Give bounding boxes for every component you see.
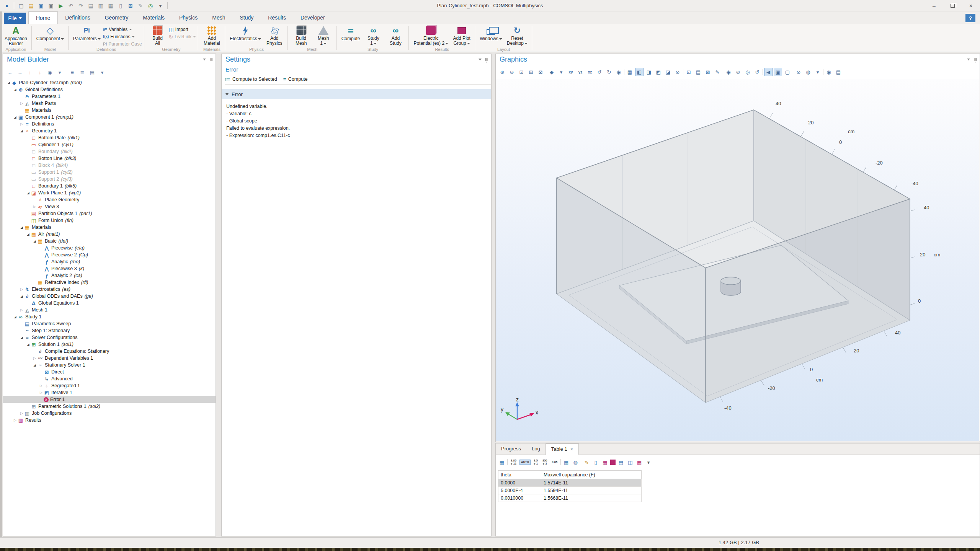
electrostatics-button[interactable]: Electrostatics <box>227 24 263 47</box>
tree-item-component-1[interactable]: ◢▣Component 1(comp1) <box>3 114 216 121</box>
tree-item-global-definitions[interactable]: ◢⊕Global Definitions <box>3 86 216 93</box>
transparency-icon[interactable]: ▦ <box>626 68 634 76</box>
tree-item-plan-cylinder-test-mph[interactable]: ◢◆Plan-Cylinder_test.mph(root) <box>3 79 216 86</box>
tree-item-piecewise-3[interactable]: ⋀Piecewise 3(k) <box>3 265 216 272</box>
clear-table-icon[interactable]: ✎ <box>583 458 590 466</box>
table-settings-icon[interactable]: ▦ <box>498 458 506 466</box>
expand-all-icon[interactable]: ≣ <box>78 68 86 76</box>
add-physics-button[interactable]: Add Physics <box>263 24 286 47</box>
table-row[interactable]: 0.00001.5714E-11 <box>498 479 642 487</box>
tree-item-solver-configurations[interactable]: ◢≡Solver Configurations <box>3 334 216 341</box>
zoom-in-icon[interactable]: ⊕ <box>498 68 506 76</box>
add-material-button[interactable]: Add Material <box>201 24 223 47</box>
go-to-default-view-icon[interactable]: ◆ <box>547 68 556 76</box>
hide-selected-icon[interactable]: ⊘ <box>734 68 742 76</box>
panel-menu-icon[interactable] <box>967 59 970 60</box>
model-tree-options-icon[interactable]: ▤ <box>88 68 96 76</box>
tab-developer[interactable]: Developer <box>293 11 332 24</box>
tab-mesh[interactable]: Mesh <box>205 11 232 24</box>
expand-icon[interactable]: ◢ <box>32 364 37 367</box>
component-button[interactable]: ◇Component <box>34 24 66 47</box>
precision-auto-button[interactable]: AUTO <box>519 460 531 465</box>
expand-icon[interactable]: ◢ <box>13 116 18 119</box>
panel-menu-icon[interactable] <box>479 59 482 60</box>
copy-table-icon[interactable]: ▤ <box>617 458 625 466</box>
show-solid-icon[interactable]: ◨ <box>645 68 653 76</box>
grid-menu-icon[interactable]: ▾ <box>645 458 652 466</box>
tab-table-1[interactable]: Table 1× <box>546 443 579 455</box>
show-front-icon[interactable]: ◧ <box>635 68 644 76</box>
error-section-header[interactable]: Error <box>222 89 491 99</box>
expand-icon[interactable]: ◢ <box>32 240 37 243</box>
view-xy-icon[interactable]: xy <box>567 68 575 76</box>
minimize-button[interactable]: – <box>925 0 943 11</box>
tree-item-advanced[interactable]: ↳Advanced <box>3 375 216 382</box>
tree-item-parametric-solutions-1[interactable]: ⊞Parametric Solutions 1(sol2) <box>3 403 216 410</box>
tree-item-job-configurations[interactable]: ▷▥Job Configurations <box>3 410 216 417</box>
tree-item-support-2[interactable]: ▭Support 2(cyl3) <box>3 176 216 183</box>
expand-icon[interactable]: ▷ <box>39 391 44 395</box>
tree-item-analytic[interactable]: ƒAnalytic(rho) <box>3 258 216 265</box>
precision-850e-3-button[interactable]: 850 e-3 <box>541 458 549 466</box>
expand-icon[interactable]: ◢ <box>13 88 18 91</box>
graphics-canvas[interactable]: 4020cm0-20-404020cm040200cm-20-40 z y x <box>496 79 979 441</box>
tree-item-parametric-sweep[interactable]: ▤Parametric Sweep <box>3 320 216 327</box>
tree-item-mesh-1[interactable]: ▷◭Mesh 1 <box>3 306 216 313</box>
show-icon[interactable]: ◉ <box>46 68 54 76</box>
tree-item-view-3[interactable]: ▷xyView 3 <box>3 203 216 210</box>
application-builder-button[interactable]: AApplication Builder <box>2 24 29 47</box>
pin-icon[interactable] <box>485 58 488 61</box>
tree-item-cylinder-1[interactable]: ▭Cylinder 1(cyl1) <box>3 141 216 148</box>
compute-to-selected-button[interactable]: ≔Compute to Selected <box>225 76 277 82</box>
add-study-button[interactable]: ∞Add Study <box>384 24 407 47</box>
reset-hiding-icon[interactable]: ↺ <box>753 68 761 76</box>
tree-item-partition-objects-1[interactable]: ▤Partition Objects 1(par1) <box>3 210 216 217</box>
import-button[interactable]: ◫Import <box>169 26 196 33</box>
delete-table-icon[interactable]: ▯ <box>592 458 599 466</box>
column-header[interactable]: Maxwell capacitance (F) <box>541 471 642 479</box>
tree-item-work-plane-1[interactable]: ◢◪Work Plane 1(wp1) <box>3 189 216 196</box>
build-mesh-button[interactable]: Build Mesh <box>290 24 312 47</box>
tree-item-step-1-stationary[interactable]: ~Step 1: Stationary <box>3 327 216 334</box>
expand-icon[interactable]: ▷ <box>39 384 44 388</box>
zoom-box-icon[interactable]: ⊡ <box>517 68 526 76</box>
tree-item-refractive-index[interactable]: ▦Refractive index(rfi) <box>3 279 216 286</box>
select-box-icon[interactable]: ⊠ <box>704 68 712 76</box>
panel-menu-icon[interactable] <box>203 59 206 60</box>
precision-8.5e-1-button[interactable]: 8.5 e-1 <box>532 458 539 466</box>
collapse-all-icon[interactable]: ≡ <box>69 68 76 76</box>
tree-item-segregated-1[interactable]: ▷÷Segregated 1 <box>3 382 216 389</box>
expand-icon[interactable]: ◢ <box>26 233 31 236</box>
tab-materials[interactable]: Materials <box>136 11 172 24</box>
tree-item-basic[interactable]: ◢▦Basic(def) <box>3 238 216 245</box>
forward-icon[interactable]: → <box>16 68 24 76</box>
tab-study[interactable]: Study <box>232 11 261 24</box>
view-yz-icon[interactable]: yz <box>576 68 585 76</box>
expand-icon[interactable]: ▷ <box>32 356 37 360</box>
tree-item-stationary-solver-1[interactable]: ◢~Stationary Solver 1 <box>3 362 216 368</box>
palette-menu-icon[interactable]: ▾ <box>813 68 822 76</box>
expand-icon[interactable]: ▷ <box>19 411 24 415</box>
tree-item-solution-1[interactable]: ◢⊞Solution 1(sol1) <box>3 341 216 348</box>
parameters-button[interactable]: PiParameters <box>71 24 103 47</box>
move-up-icon[interactable]: ↑ <box>26 68 34 76</box>
expand-icon[interactable]: ◢ <box>19 129 24 133</box>
zoom-to-selection-icon[interactable]: ⊠ <box>536 68 545 76</box>
show-menu-icon[interactable]: ▾ <box>56 68 64 76</box>
pin-icon[interactable] <box>210 58 212 61</box>
color-palette-icon[interactable]: ◍ <box>804 68 812 76</box>
scene-light-icon[interactable]: ◀ <box>764 68 773 76</box>
tree-item-piecewise[interactable]: ⋀Piecewise(eta) <box>3 245 216 251</box>
tab-home[interactable]: Home <box>28 11 58 24</box>
study-1-button[interactable]: ∞Study 1 <box>362 24 384 47</box>
tab-physics[interactable]: Physics <box>172 11 205 24</box>
reset-desktop-button[interactable]: ↻Reset Desktop <box>505 24 530 47</box>
tree-item-results[interactable]: ▷▥Results <box>3 417 216 424</box>
add-plot-group-button[interactable]: Add Plot Group <box>451 24 473 47</box>
expand-icon[interactable]: ◢ <box>19 336 24 339</box>
disable-material-color-icon[interactable]: ⊘ <box>794 68 803 76</box>
tree-item-definitions[interactable]: ▷≡Definitions <box>3 121 216 127</box>
table-borders-icon[interactable]: ▦ <box>601 458 609 466</box>
tree-item-block-4[interactable]: □Block 4(blk4) <box>3 162 216 169</box>
tree-menu-icon[interactable]: ▾ <box>98 68 106 76</box>
